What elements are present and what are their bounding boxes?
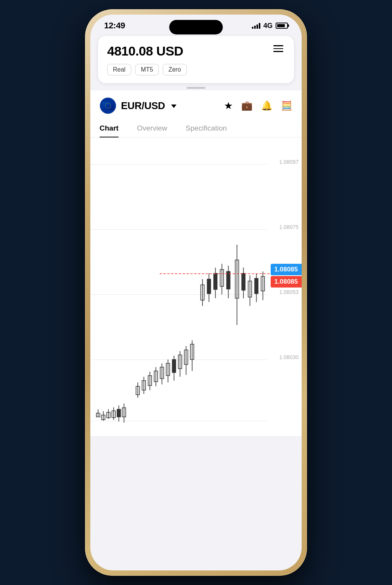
ask-price-badge[interactable]: 1.08085 <box>271 276 302 288</box>
status-time: 12:49 <box>104 21 125 31</box>
instrument-left: 🇪🇺 EUR/USD <box>100 97 176 114</box>
account-card: 4810.08 USD Real MT5 Zero <box>98 36 294 83</box>
svg-rect-49 <box>255 278 258 294</box>
signal-bars-icon <box>252 23 260 29</box>
price-label-2: 1.08075 <box>279 224 299 230</box>
status-icons: 4G <box>252 22 288 30</box>
calculator-icon[interactable]: 🧮 <box>281 100 292 111</box>
bid-price-badge[interactable]: 1.08085 <box>271 264 302 275</box>
price-badges: 1.08085 1.08085 <box>271 264 302 288</box>
currency-flag: 🇪🇺 <box>100 97 116 114</box>
star-icon[interactable]: ★ <box>224 100 233 112</box>
phone-screen: 12:49 4G 4810.08 USD <box>90 15 302 570</box>
network-type: 4G <box>263 22 273 30</box>
tabs-bar: Chart Overview Specification <box>90 119 302 137</box>
tab-specification[interactable]: Specification <box>186 119 227 137</box>
bell-icon[interactable]: 🔔 <box>261 100 273 111</box>
price-label-3: 1.08053 <box>279 289 299 296</box>
signal-bar-1 <box>252 27 253 29</box>
drag-indicator <box>186 87 206 89</box>
eu-flag-icon: 🇪🇺 <box>100 98 116 114</box>
price-label-1: 1.08097 <box>279 159 299 165</box>
svg-rect-45 <box>242 273 245 290</box>
instrument-actions: ★ 💼 🔔 🧮 <box>224 100 292 112</box>
menu-line-2 <box>273 48 283 49</box>
menu-button[interactable] <box>272 44 285 54</box>
menu-line-3 <box>273 51 283 52</box>
account-balance: 4810.08 USD <box>107 44 183 59</box>
phone-frame: 12:49 4G 4810.08 USD <box>85 9 307 576</box>
signal-bar-2 <box>254 26 256 29</box>
briefcase-icon[interactable]: 💼 <box>241 100 253 111</box>
instrument-header: 🇪🇺 EUR/USD ★ 💼 🔔 🧮 <box>90 90 302 119</box>
dynamic-island <box>169 20 223 34</box>
price-line <box>160 273 270 274</box>
svg-rect-9 <box>117 409 121 417</box>
chart-area: 1.08085 1.08085 1.08097 1.08075 1.08053 … <box>90 137 302 436</box>
account-tags: Real MT5 Zero <box>107 64 285 75</box>
tag-zero[interactable]: Zero <box>163 64 187 75</box>
tag-mt5[interactable]: MT5 <box>135 64 159 75</box>
menu-line-1 <box>273 45 283 46</box>
tab-chart[interactable]: Chart <box>100 119 119 137</box>
svg-rect-37 <box>214 273 217 289</box>
signal-bar-4 <box>259 23 260 29</box>
battery-icon <box>276 23 288 29</box>
instrument-name[interactable]: EUR/USD <box>121 100 165 112</box>
battery-fill <box>277 24 285 27</box>
svg-rect-25 <box>172 359 176 373</box>
tab-overview[interactable]: Overview <box>137 119 167 137</box>
chevron-down-icon[interactable] <box>171 105 176 108</box>
price-label-4: 1.08030 <box>279 354 299 361</box>
candlestick-chart <box>90 137 302 436</box>
account-card-top: 4810.08 USD <box>107 44 285 59</box>
svg-rect-35 <box>207 279 211 294</box>
signal-bar-3 <box>256 25 258 29</box>
tag-real[interactable]: Real <box>107 64 131 75</box>
